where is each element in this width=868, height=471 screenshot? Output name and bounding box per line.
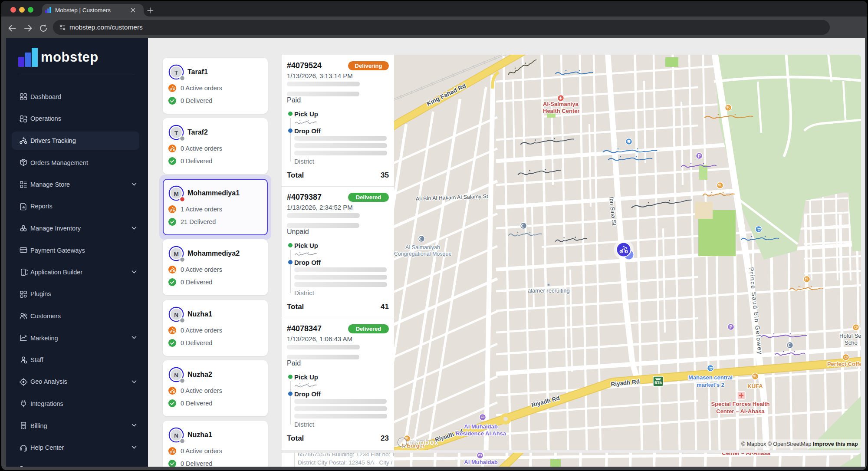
svg-text:T: T xyxy=(174,69,178,76)
svg-text:© Mapbox © OpenStreetMap Impro: © Mapbox © OpenStreetMap Improve this ma… xyxy=(741,441,858,447)
svg-text:615: 615 xyxy=(654,380,662,385)
svg-text:N: N xyxy=(174,311,178,318)
svg-text:Congregational Mosque: Congregational Mosque xyxy=(394,251,451,257)
svg-text:KUFA: KUFA xyxy=(747,383,763,389)
svg-text:alamer recruiting: alamer recruiting xyxy=(528,287,570,294)
svg-text:Residence Al Ahsa: Residence Al Ahsa xyxy=(456,430,506,437)
svg-text:Perfect Coffee: Perfect Coffee xyxy=(827,361,861,367)
svg-text:N: N xyxy=(174,372,178,379)
svg-text:Special Forces Health: Special Forces Health xyxy=(711,401,769,407)
svg-text:N: N xyxy=(174,432,178,439)
svg-text:M: M xyxy=(174,251,178,257)
svg-text:Center – Al-Ahasa: Center – Al-Ahasa xyxy=(716,408,765,415)
svg-text:mapbox: mapbox xyxy=(408,438,439,447)
svg-text:P: P xyxy=(698,154,701,158)
svg-text:Scho: Scho xyxy=(845,339,858,346)
svg-text:Health Center: Health Center xyxy=(543,108,580,114)
svg-text:Hofuf Sec: Hofuf Sec xyxy=(839,333,861,339)
svg-text:T: T xyxy=(174,130,178,136)
svg-text:P: P xyxy=(730,325,733,329)
svg-text:Al-Salmaniya: Al-Salmaniya xyxy=(543,101,579,107)
svg-text:Al Muhaidab: Al Muhaidab xyxy=(464,423,497,430)
svg-text:Al Salmaniyah: Al Salmaniyah xyxy=(405,244,440,250)
svg-text:Center – Al-Ahasa: Center – Al-Ahasa xyxy=(722,453,770,456)
svg-text:market's 2: market's 2 xyxy=(697,382,724,388)
svg-text:Al Muhaidab: Al Muhaidab xyxy=(464,459,497,465)
svg-text:M: M xyxy=(174,190,178,197)
svg-text:Mahasen central: Mahasen central xyxy=(688,374,733,381)
